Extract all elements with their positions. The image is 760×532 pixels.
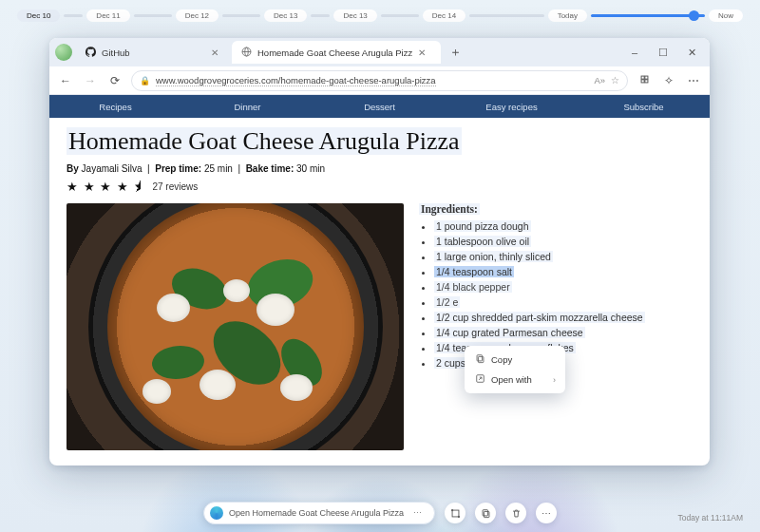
author-name: Jayamali Silva xyxy=(82,163,142,174)
tab-close-button[interactable]: ✕ xyxy=(418,48,426,58)
ingredient-text: 1 pound pizza dough xyxy=(434,220,531,232)
more-button[interactable]: ⋯ xyxy=(536,503,557,523)
article-byline: By Jayamali Silva | Prep time: 25 min | … xyxy=(66,163,693,174)
reviews-count: 27 reviews xyxy=(152,181,198,192)
timeline-today[interactable]: Today xyxy=(548,10,587,22)
ingredient-item[interactable]: 1 pound pizza dough xyxy=(434,218,693,234)
tab-recipe[interactable]: Homemade Goat Cheese Arugula Pizz ✕ xyxy=(232,41,441,64)
ingredient-text: 1 tablespoon olive oil xyxy=(434,236,531,247)
copy-icon xyxy=(474,353,485,366)
ingredients-heading: Ingredients: xyxy=(419,203,480,215)
ingredients-panel: Ingredients: 1 pound pizza dough1 tables… xyxy=(419,203,693,450)
timeline-date[interactable]: Dec 13 xyxy=(333,10,376,22)
svg-rect-12 xyxy=(484,511,489,517)
window-minimize-button[interactable]: – xyxy=(622,47,647,58)
more-icon[interactable]: ⋯ xyxy=(413,508,423,518)
forward-button[interactable]: → xyxy=(82,74,99,87)
svg-rect-9 xyxy=(452,510,459,517)
delete-button[interactable] xyxy=(505,503,526,523)
tab-github[interactable]: GitHub ✕ xyxy=(76,41,228,64)
crop-button[interactable] xyxy=(445,503,466,523)
read-aloud-icon[interactable]: A» xyxy=(594,75,605,86)
rating-row: ★ ★ ★ ★ ⯨ 27 reviews xyxy=(66,180,693,194)
article-content: Homemade Goat Cheese Arugula Pizza By Ja… xyxy=(49,118,710,466)
ingredient-item[interactable]: 1/2 e xyxy=(434,294,693,310)
favorites-button[interactable]: ✧ xyxy=(660,74,677,87)
back-button[interactable]: ← xyxy=(57,74,74,87)
by-label: By xyxy=(66,163,79,174)
bake-value: 30 min xyxy=(296,163,325,174)
open-snapshot-label: Open Homemade Goat Cheese Arugula Pizza xyxy=(229,508,404,518)
prep-label: Prep time: xyxy=(155,163,201,174)
recall-bottom-bar: Open Homemade Goat Cheese Arugula Pizza … xyxy=(0,502,760,524)
ingredient-text: 1/2 e xyxy=(434,296,460,308)
tab-close-button[interactable]: ✕ xyxy=(211,48,218,58)
context-menu: Copy Open with › xyxy=(465,346,565,393)
timeline-now[interactable]: Now xyxy=(709,10,743,22)
ingredient-item[interactable]: 1/4 cup grated Parmesan cheese xyxy=(434,325,693,340)
browser-toolbar: ← → ⟳ 🔒 www.woodgrovegroceries.com/homem… xyxy=(49,66,710,95)
address-url: www.woodgrovegroceries.com/homemade-goat… xyxy=(156,75,436,86)
star-icons: ★ ★ ★ ★ ⯨ xyxy=(66,180,146,194)
profile-avatar[interactable] xyxy=(55,44,72,61)
nav-recipes[interactable]: Recipes xyxy=(49,95,181,118)
extensions-button[interactable] xyxy=(636,74,653,87)
ingredient-item[interactable]: 1 tablespoon olive oil xyxy=(434,234,693,249)
nav-subscribe[interactable]: Subscribe xyxy=(578,95,710,118)
prep-value: 25 min xyxy=(204,163,233,174)
site-nav: Recipes Dinner Dessert Easy recipes Subs… xyxy=(49,95,710,118)
recall-timeline[interactable]: Dec 10 Dec 11 Dec 12 Dec 13 Dec 13 Dec 1… xyxy=(0,0,760,27)
article-title: Homemade Goat Cheese Arugula Pizza xyxy=(66,127,462,155)
timeline-date[interactable]: Dec 12 xyxy=(176,10,218,22)
copy-button[interactable] xyxy=(475,503,496,523)
ingredient-item[interactable]: 1 large onion, thinly sliced xyxy=(434,249,693,264)
recipe-hero-image xyxy=(66,203,404,450)
window-close-button[interactable]: ✕ xyxy=(679,47,704,59)
ingredient-text: 1/4 teaspoon salt xyxy=(434,266,514,277)
timeline-date[interactable]: Dec 14 xyxy=(423,10,466,22)
svg-rect-5 xyxy=(644,79,647,82)
ingredient-text: 1 large onion, thinly sliced xyxy=(434,251,553,262)
reload-button[interactable]: ⟳ xyxy=(106,74,124,87)
nav-easy[interactable]: Easy recipes xyxy=(446,95,578,118)
context-item-label: Open with xyxy=(491,374,532,385)
favorite-icon[interactable]: ☆ xyxy=(611,75,619,86)
nav-dessert[interactable]: Dessert xyxy=(314,95,446,118)
svg-rect-3 xyxy=(644,76,647,79)
edge-icon xyxy=(210,506,223,520)
ingredient-item[interactable]: 1/4 black pepper xyxy=(434,279,693,294)
svg-rect-4 xyxy=(641,79,644,82)
ingredient-text: 1/2 cup shredded part-skim mozzarella ch… xyxy=(434,312,645,323)
bake-label: Bake time: xyxy=(246,163,294,174)
timeline-slider[interactable] xyxy=(591,14,705,17)
tab-label: GitHub xyxy=(102,48,130,58)
ingredient-item[interactable]: 1/2 cup shredded part-skim mozzarella ch… xyxy=(434,310,693,325)
lock-icon: 🔒 xyxy=(140,76,150,86)
open-snapshot-button[interactable]: Open Homemade Goat Cheese Arugula Pizza … xyxy=(203,502,435,524)
context-open-with[interactable]: Open with › xyxy=(465,370,565,390)
svg-rect-7 xyxy=(477,355,483,361)
address-bar[interactable]: 🔒 www.woodgrovegroceries.com/homemade-go… xyxy=(131,70,628,91)
timeline-date[interactable]: Dec 11 xyxy=(86,10,129,22)
tab-strip: GitHub ✕ Homemade Goat Cheese Arugula Pi… xyxy=(49,38,710,66)
timeline-date[interactable]: Dec 13 xyxy=(264,10,307,22)
ingredient-item[interactable]: 1/4 teaspoon salt xyxy=(434,264,693,279)
snapshot-timestamp: Today at 11:11AM xyxy=(677,513,743,522)
open-icon xyxy=(474,373,485,386)
globe-icon xyxy=(241,47,252,59)
nav-dinner[interactable]: Dinner xyxy=(181,95,314,118)
new-tab-button[interactable]: ＋ xyxy=(445,44,466,61)
svg-rect-6 xyxy=(478,356,484,362)
browser-window: GitHub ✕ Homemade Goat Cheese Arugula Pi… xyxy=(49,38,710,466)
context-item-label: Copy xyxy=(491,354,512,365)
chevron-right-icon: › xyxy=(553,375,556,385)
svg-point-11 xyxy=(458,516,459,517)
context-copy[interactable]: Copy xyxy=(465,350,565,370)
timeline-date[interactable]: Dec 10 xyxy=(17,10,60,22)
menu-button[interactable]: ⋯ xyxy=(685,74,702,87)
github-icon xyxy=(86,47,96,59)
svg-point-10 xyxy=(451,509,452,510)
svg-rect-13 xyxy=(483,509,488,515)
ingredient-text: 1/4 black pepper xyxy=(434,281,512,293)
window-maximize-button[interactable]: ☐ xyxy=(651,47,675,59)
